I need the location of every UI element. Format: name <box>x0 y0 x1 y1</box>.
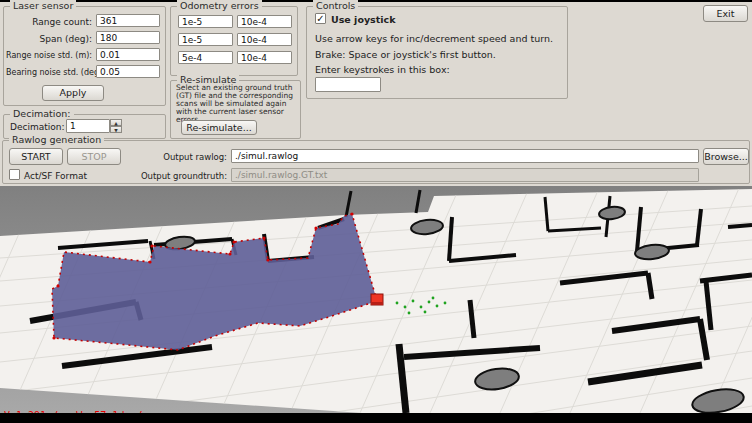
gridmap-simulator-window: Laser sensor Range count: Span (deg): Ra… <box>0 0 752 423</box>
rawlog-generation-group-title: Rawlog generation <box>9 134 104 145</box>
use-joystick-label: Use joystick <box>331 14 396 25</box>
output-groundtruth-input <box>231 168 699 182</box>
controls-group: Controls ✓ Use joystick Use arrow keys f… <box>306 6 568 99</box>
spin-down-icon[interactable]: ▼ <box>110 126 122 133</box>
odometry-error-input[interactable] <box>237 51 292 64</box>
decimation-input[interactable] <box>66 119 110 133</box>
decimation-spinner[interactable]: ▲ ▼ <box>66 119 122 133</box>
bottom-edge-bar <box>0 413 752 423</box>
controls-instruction-3: Enter keystrokes in this box: <box>315 64 450 75</box>
spin-up-icon[interactable]: ▲ <box>110 119 122 126</box>
odometry-error-input[interactable] <box>237 33 292 46</box>
controls-instruction-1: Use arrow keys for inc/decrement speed a… <box>315 33 553 44</box>
odometry-error-input[interactable] <box>178 51 233 64</box>
viewport-canvas <box>0 186 752 413</box>
bearing-noise-input[interactable] <box>96 65 160 78</box>
exit-button[interactable]: Exit <box>703 5 748 22</box>
range-noise-input[interactable] <box>96 48 160 61</box>
output-rawlog-label: Output rawlog: <box>133 152 227 162</box>
actsf-format-checkbox[interactable] <box>9 169 20 180</box>
resimulate-group: Re-simulate Select an existing ground tr… <box>170 80 301 139</box>
laser-sensor-group: Laser sensor Range count: Span (deg): Ra… <box>3 6 166 106</box>
odometry-errors-group: Odometry errors <box>170 6 298 76</box>
controls-instruction-2: Brake: Space or joystick's first button. <box>315 49 496 60</box>
apply-button[interactable]: Apply <box>42 85 104 101</box>
odometry-error-input[interactable] <box>178 33 233 46</box>
controls-group-title: Controls <box>313 0 358 11</box>
rawlog-generation-group: Rawlog generation START STOP Output rawl… <box>2 140 750 184</box>
output-groundtruth-label: Output groundtruth: <box>133 171 227 181</box>
decimation-spin-buttons: ▲ ▼ <box>110 119 122 133</box>
resimulate-description: Select an existing ground truth (GT) fil… <box>176 84 297 124</box>
robot-marker <box>371 294 383 305</box>
output-rawlog-input[interactable] <box>231 149 699 163</box>
resimulate-button[interactable]: Re-simulate... <box>181 120 257 135</box>
range-count-input[interactable] <box>96 14 160 27</box>
odometry-error-input[interactable] <box>178 15 233 28</box>
span-deg-input[interactable] <box>96 31 160 44</box>
bearing-noise-label: Bearing noise std. (deg): <box>6 68 92 77</box>
simulation-viewport[interactable]: V=1.291m/s W=-57.1deg/s Pose: (4.762,0.2… <box>0 186 752 413</box>
browse-button[interactable]: Browse... <box>703 148 749 165</box>
use-joystick-checkbox[interactable]: ✓ <box>315 13 326 24</box>
decimation-group-title: Decimation: <box>10 108 74 119</box>
range-noise-label: Range noise std. (m): <box>6 51 92 60</box>
checkmark-icon: ✓ <box>316 14 325 23</box>
stop-button: STOP <box>67 148 121 165</box>
odometry-error-input[interactable] <box>237 15 292 28</box>
range-count-label: Range count: <box>6 17 92 27</box>
start-button[interactable]: START <box>9 148 63 165</box>
actsf-format-label: Act/SF Format <box>24 171 87 181</box>
span-deg-label: Span (deg): <box>6 34 92 44</box>
odometry-errors-group-title: Odometry errors <box>177 0 262 11</box>
keystroke-input[interactable] <box>315 77 381 92</box>
laser-sensor-group-title: Laser sensor <box>10 0 76 11</box>
decimation-label: Decimation: <box>10 122 64 132</box>
control-panel: Laser sensor Range count: Span (deg): Ra… <box>0 2 752 186</box>
